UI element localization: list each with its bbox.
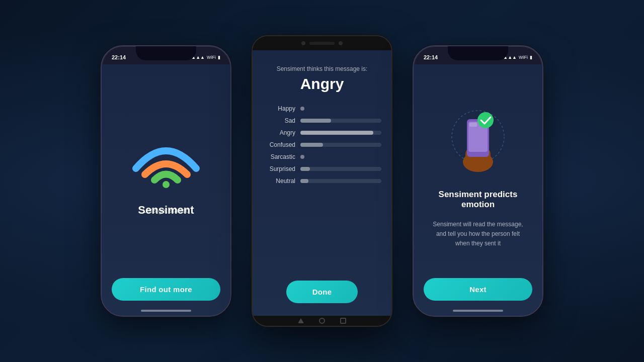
emotion-row-confused: Confused — [263, 141, 381, 148]
phone2-wrapper: Sensiment thinks this message is: Angry … — [252, 35, 392, 327]
emotion-row-sad: Sad — [263, 117, 381, 124]
emotion-result: Angry — [300, 75, 344, 93]
label-confused: Confused — [263, 141, 295, 148]
bar-angry — [300, 131, 373, 135]
phone3-home-indicator — [453, 310, 503, 312]
back-button[interactable] — [298, 318, 304, 323]
phone2-screen: Sensiment thinks this message is: Angry … — [253, 50, 391, 316]
emotion-row-sarcastic: Sarcastic — [263, 153, 381, 160]
label-neutral: Neutral — [263, 177, 295, 185]
track-confused — [300, 143, 381, 147]
label-surprised: Surprised — [263, 165, 295, 172]
phone1-notch — [136, 46, 196, 60]
emotion-row-neutral: Neutral — [263, 177, 381, 185]
phone1-home-indicator — [141, 310, 191, 312]
svg-rect-6 — [469, 123, 477, 127]
track-neutral — [300, 179, 381, 183]
phone3-screen: Sensiment predicts emotion Sensiment wil… — [414, 64, 542, 316]
speaker — [309, 42, 335, 45]
next-button[interactable]: Next — [424, 278, 532, 301]
label-angry: Angry — [263, 129, 295, 136]
emotion-row-happy: Happy — [263, 105, 381, 112]
illustration-svg — [448, 104, 508, 174]
phone1-screen: Sensiment Let's get started Find out mor… — [102, 64, 230, 316]
phone3-main-content: Sensiment predicts emotion Sensiment wil… — [424, 74, 532, 278]
bar-neutral — [300, 179, 308, 183]
done-button[interactable]: Done — [286, 281, 358, 303]
wifi-svg — [131, 138, 201, 189]
phone1-wrapper: 22:14 ▲▲▲ WiFi ▮ — [101, 45, 231, 317]
recents-button[interactable] — [340, 318, 346, 324]
track-angry — [300, 131, 381, 135]
phone-illustration — [448, 104, 508, 174]
phone3-wrapper: 22:14 ▲▲▲ WiFi ▮ — [413, 45, 543, 317]
bar-happy — [300, 107, 304, 111]
phone2-nav-bar — [253, 316, 391, 326]
svg-point-7 — [477, 112, 494, 128]
phone3: 22:14 ▲▲▲ WiFi ▮ — [413, 45, 543, 317]
svg-point-0 — [163, 181, 170, 188]
sensiment-logo — [131, 138, 201, 189]
battery-icon3: ▮ — [530, 55, 532, 60]
front-camera2 — [339, 41, 343, 45]
phone1-main-content: Sensiment Let's get started — [112, 74, 220, 278]
predict-title: Sensiment predicts emotion — [424, 190, 532, 210]
bar-surprised — [300, 167, 310, 171]
phone3-notch — [448, 46, 508, 60]
bar-sarcastic — [300, 155, 304, 159]
brand-tagline: Let's get started — [138, 207, 194, 214]
front-camera — [301, 41, 305, 45]
wifi-icon3: WiFi — [519, 55, 528, 60]
find-out-more-button[interactable]: Find out more — [112, 278, 220, 301]
phone3-time: 22:14 — [424, 54, 438, 60]
home-button[interactable] — [319, 318, 325, 324]
emotion-bars-list: Happy Sad Angry — [263, 105, 381, 185]
label-happy: Happy — [263, 105, 295, 112]
bar-confused — [300, 143, 323, 147]
wifi-status-icon: WiFi — [207, 55, 216, 60]
label-sarcastic: Sarcastic — [263, 153, 295, 160]
phone3-status-icons: ▲▲▲ WiFi ▮ — [503, 55, 532, 60]
phone1-time: 22:14 — [112, 54, 126, 60]
bar-sad — [300, 119, 331, 123]
thinks-label: Sensiment thinks this message is: — [277, 65, 368, 72]
emotion-row-surprised: Surprised — [263, 165, 381, 172]
phone1-status-icons: ▲▲▲ WiFi ▮ — [191, 55, 220, 60]
label-sad: Sad — [263, 117, 295, 124]
track-surprised — [300, 167, 381, 171]
phone2-top-bar — [253, 36, 391, 50]
track-sad — [300, 119, 381, 123]
phone1: 22:14 ▲▲▲ WiFi ▮ — [101, 45, 231, 317]
phone2: Sensiment thinks this message is: Angry … — [252, 35, 392, 327]
battery-icon: ▮ — [218, 55, 220, 60]
predict-desc: Sensiment will read the message, and tel… — [424, 220, 532, 249]
emotion-row-angry: Angry — [263, 129, 381, 136]
brand-text-group: Sensiment Let's get started — [138, 204, 194, 214]
